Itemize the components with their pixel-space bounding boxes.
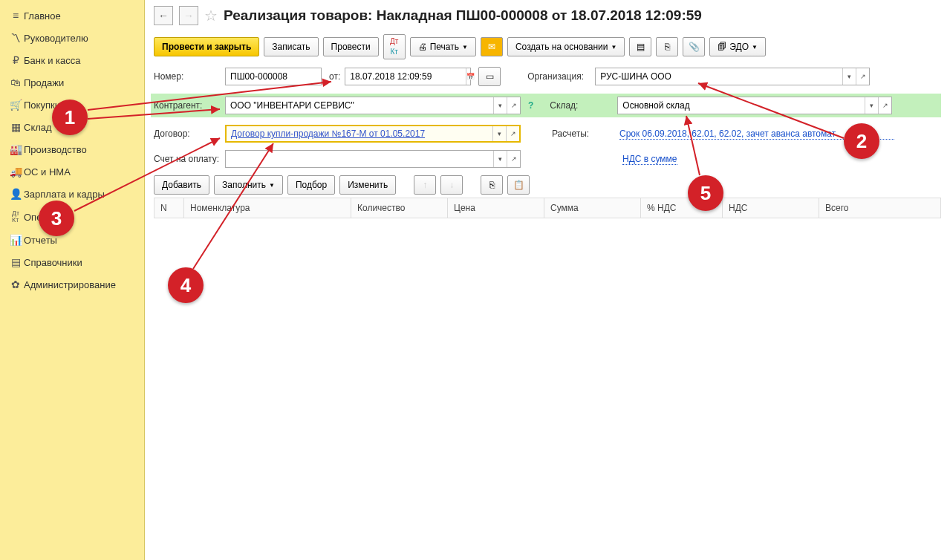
marker-2: 2 bbox=[844, 123, 879, 159]
sidebar-item-hr[interactable]: 👤Зарплата и кадры bbox=[0, 183, 144, 205]
sidebar: ≡Главное 〽Руководителю ₽Банк и касса 🛍Пр… bbox=[0, 0, 145, 560]
favorite-icon[interactable]: ☆ bbox=[204, 7, 218, 25]
nav-fwd-button[interactable]: → bbox=[179, 6, 198, 25]
col-total: Всего bbox=[819, 198, 941, 218]
open-icon[interactable]: ↗ bbox=[878, 97, 891, 114]
dropdown-icon[interactable]: ▾ bbox=[493, 151, 507, 167]
sidebar-item-production[interactable]: 🏭Производство bbox=[0, 138, 144, 160]
col-price: Цена bbox=[448, 198, 544, 218]
box-icon: ▦ bbox=[7, 121, 24, 133]
printer-icon: 🖨 bbox=[418, 42, 427, 52]
list-button[interactable]: ▤ bbox=[629, 37, 651, 56]
pick-button[interactable]: Подбор bbox=[287, 175, 335, 195]
sidebar-item-main[interactable]: ≡Главное bbox=[0, 4, 144, 27]
oper-icon: ДтКт bbox=[7, 210, 24, 224]
sidebar-item-assets[interactable]: 🚚ОС и НМА bbox=[0, 160, 144, 183]
contract-label: Договор: bbox=[154, 128, 221, 139]
sidebar-item-sales[interactable]: 🛍Продажи bbox=[0, 71, 144, 94]
marker-1: 1 bbox=[52, 100, 88, 135]
col-nomenclature: Номенклатура bbox=[184, 198, 351, 218]
help-icon[interactable]: ? bbox=[528, 100, 533, 111]
dropdown-icon[interactable]: ▾ bbox=[493, 97, 507, 114]
copy-button[interactable]: ⎘ bbox=[481, 175, 503, 195]
org-field[interactable]: ▾ ↗ bbox=[595, 68, 870, 85]
create-based-button[interactable]: Создать на основании▼ bbox=[507, 37, 625, 56]
save-button[interactable]: Записать bbox=[264, 37, 318, 56]
add-row-button[interactable]: Добавить bbox=[154, 175, 209, 195]
chart-icon: 〽 bbox=[7, 32, 24, 44]
paste-button[interactable]: 📋 bbox=[507, 175, 530, 195]
number-field[interactable] bbox=[225, 68, 322, 85]
from-label: от: bbox=[329, 71, 340, 82]
move-down-button[interactable]: ↓ bbox=[440, 175, 463, 195]
change-button[interactable]: Изменить bbox=[339, 175, 396, 195]
dropdown-icon[interactable]: ▾ bbox=[842, 68, 856, 85]
sidebar-item-manager[interactable]: 〽Руководителю bbox=[0, 27, 144, 49]
items-table[interactable]: N Номенклатура Количество Цена Сумма % Н… bbox=[154, 198, 941, 218]
calendar-icon[interactable]: 📅 bbox=[466, 68, 475, 85]
main-content: ← → ☆ Реализация товаров: Накладная ПШ00… bbox=[145, 0, 950, 560]
mail-button[interactable]: ✉ bbox=[481, 37, 503, 56]
dropdown-icon[interactable]: ▾ bbox=[865, 97, 878, 114]
sidebar-item-bank[interactable]: ₽Банк и касса bbox=[0, 49, 144, 71]
bars-icon: 📊 bbox=[7, 234, 24, 246]
col-n: N bbox=[154, 198, 184, 218]
main-toolbar: Провести и закрыть Записать Провести ДтК… bbox=[154, 34, 941, 59]
number-label: Номер: bbox=[154, 71, 221, 82]
sidebar-item-reports[interactable]: 📊Отчеты bbox=[0, 229, 144, 251]
book-icon: ▤ bbox=[7, 256, 24, 268]
invoice-label: Счет на оплату: bbox=[154, 154, 221, 164]
dtkt-button[interactable]: ДтКт bbox=[383, 34, 406, 59]
counterparty-label: Контрагент: bbox=[154, 100, 221, 111]
open-icon[interactable]: ↗ bbox=[856, 68, 869, 85]
cart-icon: 🛍 bbox=[7, 76, 24, 88]
date-field[interactable]: 📅 bbox=[345, 68, 471, 85]
cart2-icon: 🛒 bbox=[7, 99, 24, 111]
fill-button[interactable]: Заполнить▼ bbox=[214, 175, 283, 195]
dropdown-icon[interactable]: ▾ bbox=[492, 126, 506, 141]
tree-button[interactable]: ⎘ bbox=[656, 37, 678, 56]
marker-4: 4 bbox=[168, 267, 204, 303]
sidebar-item-catalogs[interactable]: ▤Справочники bbox=[0, 251, 144, 273]
edo-button[interactable]: 🗐ЭДО▼ bbox=[709, 37, 766, 56]
attach-button[interactable]: 📎 bbox=[683, 37, 705, 56]
truck-icon: 🚚 bbox=[7, 166, 24, 178]
invoice-field[interactable]: ▾ ↗ bbox=[225, 150, 521, 168]
contract-field[interactable]: ▾ ↗ bbox=[225, 125, 521, 143]
calc-label: Расчеты: bbox=[552, 128, 615, 139]
vat-link[interactable]: НДС в сумме bbox=[622, 154, 677, 165]
warehouse-label: Склад: bbox=[550, 100, 613, 111]
move-up-button[interactable]: ↑ bbox=[414, 175, 436, 195]
factory-icon: 🏭 bbox=[7, 143, 24, 155]
print-button[interactable]: 🖨Печать▼ bbox=[410, 37, 476, 56]
post-button[interactable]: Провести bbox=[323, 37, 379, 56]
date-extra-button[interactable]: ▭ bbox=[478, 67, 501, 86]
warehouse-field[interactable]: ▾ ↗ bbox=[617, 97, 892, 114]
org-label: Организация: bbox=[527, 71, 591, 82]
col-vat: НДС bbox=[723, 198, 819, 218]
post-and-close-button[interactable]: Провести и закрыть bbox=[154, 37, 259, 56]
nav-back-button[interactable]: ← bbox=[154, 6, 173, 25]
gear-icon: ✿ bbox=[7, 279, 24, 290]
page-title: Реализация товаров: Накладная ПШ00-00000… bbox=[224, 7, 702, 24]
marker-3: 3 bbox=[39, 201, 74, 236]
person-icon: 👤 bbox=[7, 188, 24, 200]
marker-5: 5 bbox=[688, 175, 723, 211]
ruble-icon: ₽ bbox=[7, 54, 24, 66]
open-icon[interactable]: ↗ bbox=[506, 126, 519, 141]
col-qty: Количество bbox=[351, 198, 448, 218]
menu-icon: ≡ bbox=[7, 10, 24, 22]
counterparty-field[interactable]: ▾ ↗ bbox=[225, 97, 521, 114]
open-icon[interactable]: ↗ bbox=[507, 151, 520, 167]
open-icon[interactable]: ↗ bbox=[507, 97, 520, 114]
table-toolbar: Добавить Заполнить▼ Подбор Изменить ↑ ↓ … bbox=[154, 175, 941, 195]
doc-icon: 🗐 bbox=[718, 42, 726, 52]
col-sum: Сумма bbox=[544, 198, 641, 218]
sidebar-item-admin[interactable]: ✿Администрирование bbox=[0, 273, 144, 296]
